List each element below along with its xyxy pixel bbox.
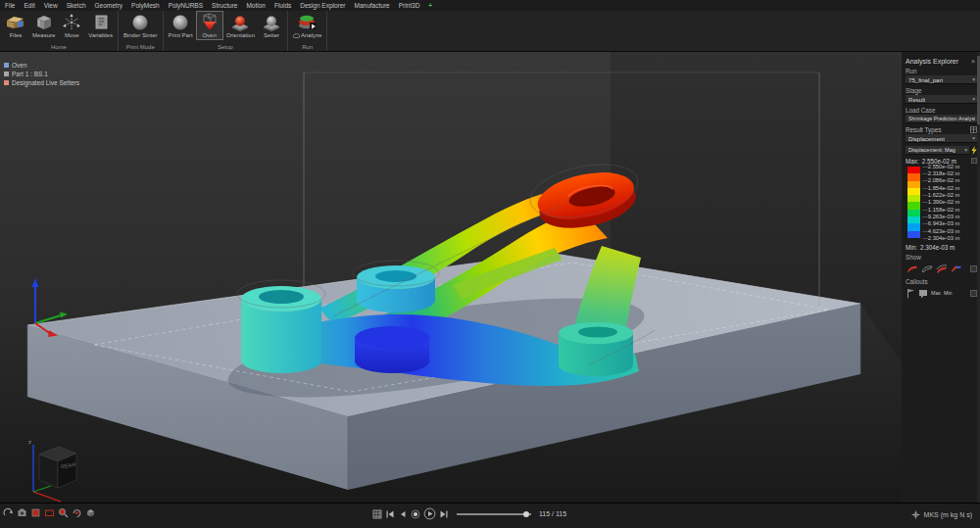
variables-button[interactable]: Variables: [85, 11, 116, 40]
measure-label: Measure: [32, 32, 55, 39]
show-options-button[interactable]: [970, 265, 977, 272]
legend-tick: 1.390e-02 m: [922, 199, 959, 205]
scene-legend: Oven Part 1 : BS.1 Designated Live Sette…: [4, 61, 79, 87]
files-label: Files: [10, 32, 23, 39]
show-undeformed-icon[interactable]: [921, 264, 933, 273]
analyze-label: Analyze: [293, 32, 321, 39]
cloud-icon: [293, 33, 300, 38]
menu-design-explorer[interactable]: Design Explorer: [300, 2, 345, 9]
menu-fluids[interactable]: Fluids: [274, 2, 291, 9]
setter-button[interactable]: Setter: [258, 11, 285, 40]
menu-print3d[interactable]: Print3D: [399, 2, 420, 9]
frame-slider[interactable]: [457, 509, 531, 519]
view-controls-strip: [3, 507, 96, 518]
menu-file[interactable]: File: [5, 2, 15, 9]
play-button[interactable]: [423, 507, 436, 520]
load-case-label: Load Case: [906, 107, 977, 114]
files-button[interactable]: Files: [2, 11, 29, 40]
3d-viewport[interactable]: z REAR Oven Part 1 : BS.1 Designated L: [0, 52, 904, 503]
slider-thumb[interactable]: [523, 511, 529, 517]
colorbar-cell: [907, 231, 920, 238]
application-window: File Edit View Sketch Geometry PolyMesh …: [0, 0, 980, 528]
zoom-window-icon[interactable]: [58, 507, 69, 518]
colorbar-cell: [907, 223, 920, 230]
callout-max-button[interactable]: Max: [931, 291, 941, 297]
result-types-value: Displacement: [908, 135, 945, 142]
setter-label: Setter: [264, 32, 279, 39]
show-label: Show: [906, 254, 977, 261]
colorbar-cell: [907, 173, 920, 180]
menu-manufacture[interactable]: Manufacture: [355, 2, 390, 9]
menu-view[interactable]: View: [44, 2, 58, 9]
measure-icon: [33, 13, 55, 32]
legend-item-setters: Designated Live Setters: [4, 78, 79, 87]
run-select[interactable]: 75_final_part ▾: [906, 75, 977, 84]
ribbon-group-setup: Print Part Oven: [164, 11, 288, 51]
show-compare-icon[interactable]: [951, 264, 962, 273]
record-view-icon[interactable]: [30, 507, 41, 518]
menu-polynurbs[interactable]: PolyNURBS: [169, 2, 203, 9]
binder-sinter-label: Binder Sinter: [123, 32, 158, 39]
load-case-select[interactable]: Shrinkage Prediction Analysis: [906, 115, 977, 123]
move-button[interactable]: Move: [58, 11, 85, 40]
menu-motion[interactable]: Motion: [246, 2, 266, 9]
perspective-view-icon[interactable]: [85, 507, 96, 518]
step-back-button[interactable]: [398, 509, 408, 519]
ribbon-group-setup-label: Setup: [166, 44, 285, 51]
menu-bar: File Edit View Sketch Geometry PolyMesh …: [0, 0, 980, 11]
scene-canvas: z REAR: [0, 52, 904, 503]
orientation-label: Orientation: [226, 32, 255, 39]
colorbar-cell: [907, 210, 920, 216]
orientation-button[interactable]: Orientation: [223, 11, 258, 40]
rotate-view-icon[interactable]: [72, 507, 82, 518]
result-types-select[interactable]: Displacement ▾: [906, 134, 977, 143]
new-ribbon-tab-button[interactable]: +: [428, 2, 432, 9]
oven-button[interactable]: Oven: [196, 11, 223, 40]
callout-min-button[interactable]: Min: [944, 291, 953, 297]
orientation-icon: [229, 13, 251, 32]
show-deformed-icon[interactable]: [906, 264, 918, 273]
home-view-icon[interactable]: [3, 507, 14, 518]
legend-tick: 2.086e-02 m: [922, 177, 959, 183]
analyze-button[interactable]: Analyze: [290, 11, 324, 40]
capture-region-icon[interactable]: [44, 507, 55, 518]
variables-label: Variables: [88, 32, 113, 39]
callouts-options-button[interactable]: [970, 290, 977, 297]
load-case-value: Shrinkage Prediction Analysis: [908, 116, 975, 121]
setters-swatch: [4, 80, 9, 85]
menu-geometry[interactable]: Geometry: [95, 2, 123, 9]
result-table-icon[interactable]: [970, 126, 977, 133]
menu-sketch[interactable]: Sketch: [67, 2, 86, 9]
colorbar-cell: [907, 167, 920, 173]
analyze-label-text: Analyze: [301, 32, 321, 39]
measure-button[interactable]: Measure: [29, 11, 58, 40]
slider-track[interactable]: [457, 513, 531, 515]
colorbar-cell: [907, 216, 920, 223]
print-part-button[interactable]: Print Part: [166, 11, 196, 40]
oven-icon: [199, 13, 220, 32]
component-select[interactable]: Displacement: Mag ▾: [906, 146, 969, 155]
chevron-down-icon: ▾: [972, 96, 975, 102]
units-label[interactable]: MKS (m kg N s): [924, 511, 972, 518]
binder-sinter-button[interactable]: Binder Sinter: [121, 11, 161, 40]
oven-legend-label: Oven: [12, 62, 27, 69]
skip-end-button[interactable]: [439, 509, 449, 519]
units-area: MKS (m kg N s): [911, 510, 972, 519]
frame-table-icon[interactable]: [372, 509, 382, 519]
move-label: Move: [65, 32, 79, 39]
setter-icon: [261, 13, 282, 32]
colorbar-cell: [907, 188, 920, 195]
stage-value: Result: [908, 96, 925, 103]
show-overlay-icon[interactable]: [936, 264, 948, 273]
menu-edit[interactable]: Edit: [24, 2, 34, 9]
menu-structure[interactable]: Structure: [212, 2, 237, 9]
stage-select[interactable]: Result ▾: [906, 95, 977, 104]
close-panel-button[interactable]: ×: [969, 58, 977, 65]
callout-note-icon[interactable]: [918, 289, 928, 299]
record-button[interactable]: [411, 509, 420, 519]
skip-start-button[interactable]: [385, 509, 395, 519]
screenshot-tool-icon[interactable]: [17, 507, 27, 518]
menu-polymesh[interactable]: PolyMesh: [131, 2, 160, 9]
legend-tick: 2.304e-03 m: [922, 235, 959, 241]
new-callout-flag-icon[interactable]: [906, 288, 915, 299]
